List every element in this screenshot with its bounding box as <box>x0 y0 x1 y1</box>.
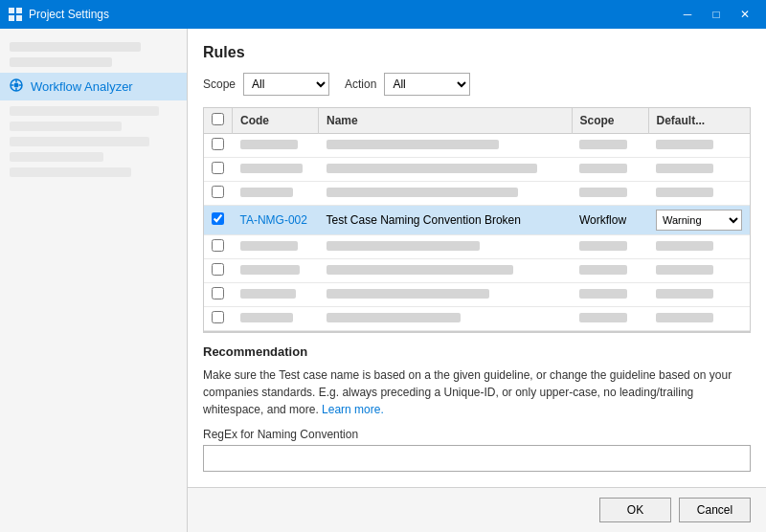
action-select[interactable]: All Error Warning Info Verbose <box>384 73 470 96</box>
regex-input[interactable] <box>203 445 751 472</box>
code-placeholder <box>240 140 298 149</box>
col-header-code: Code <box>233 108 319 134</box>
sidebar-placeholder-6 <box>10 152 103 162</box>
row-scope-2 <box>572 158 648 182</box>
row-checkbox-6[interactable] <box>212 263 224 276</box>
warning-select[interactable]: Error Warning Info Verbose <box>656 210 742 231</box>
cancel-button[interactable]: Cancel <box>679 498 751 522</box>
row-check-8 <box>204 307 233 331</box>
name-placeholder <box>327 241 480 251</box>
table-row <box>204 307 750 331</box>
row-checkbox-5[interactable] <box>212 239 224 252</box>
action-label: Action <box>345 78 376 91</box>
page-title: Rules <box>203 44 751 61</box>
row-default-7 <box>648 283 750 307</box>
table-row-selected[interactable]: TA-NMG-002 Test Case Naming Convention B… <box>204 206 750 235</box>
select-all-checkbox[interactable] <box>212 113 224 125</box>
close-button[interactable]: ✕ <box>732 4 758 25</box>
sidebar-placeholder-5 <box>10 137 149 146</box>
row-check-1 <box>204 134 233 158</box>
recommendation-text: Make sure the Test case name is based on… <box>203 366 751 418</box>
table-row <box>204 283 750 307</box>
row-default-2 <box>648 158 750 182</box>
row-scope-3 <box>572 182 648 206</box>
sidebar: Workflow Analyzer <box>0 29 188 532</box>
name-placeholder <box>327 313 461 322</box>
row-checkbox-3[interactable] <box>212 186 224 198</box>
row-name-1 <box>319 134 573 158</box>
row-name-2 <box>319 158 573 182</box>
row-checkbox-1[interactable] <box>212 138 224 150</box>
ok-button[interactable]: OK <box>599 498 671 522</box>
col-header-scope: Scope <box>572 108 648 134</box>
code-placeholder <box>240 313 293 322</box>
row-code-5 <box>233 235 319 259</box>
row-name-8 <box>319 307 573 331</box>
window-controls: ─ □ ✕ <box>674 4 758 25</box>
code-placeholder <box>240 188 293 197</box>
filters-row: Scope All Activity Workflow Project Acti… <box>203 73 751 96</box>
maximize-button[interactable]: □ <box>703 4 730 25</box>
svg-rect-0 <box>9 8 14 13</box>
scope-select[interactable]: All Activity Workflow Project <box>243 73 329 96</box>
name-placeholder <box>327 265 513 275</box>
scope-placeholder <box>579 241 627 251</box>
app-icon <box>8 7 23 22</box>
row-name-4: Test Case Naming Convention Broken <box>319 206 573 235</box>
row-code-6 <box>233 259 319 283</box>
default-placeholder <box>656 289 713 299</box>
row-scope-1 <box>572 134 648 158</box>
rules-table: Code Name Scope Default... <box>204 108 750 331</box>
row-checkbox-2[interactable] <box>212 162 224 174</box>
recommendation-title: Recommendation <box>203 344 751 359</box>
row-default-3 <box>648 182 750 206</box>
col-header-name: Name <box>319 108 573 134</box>
svg-point-5 <box>14 83 19 88</box>
code-placeholder <box>240 289 296 299</box>
minimize-button[interactable]: ─ <box>674 4 701 25</box>
row-code-2 <box>233 158 319 182</box>
row-scope-7 <box>572 283 648 307</box>
row-code-4: TA-NMG-002 <box>233 206 319 235</box>
sidebar-item-workflow-analyzer[interactable]: Workflow Analyzer <box>0 73 187 100</box>
row-name-6 <box>319 259 573 283</box>
table-row <box>204 134 750 158</box>
row-default-8 <box>648 307 750 331</box>
row-checkbox-8[interactable] <box>212 311 224 323</box>
svg-rect-1 <box>16 8 22 13</box>
row-code-7 <box>233 283 319 307</box>
default-placeholder <box>656 140 713 149</box>
row-code-3 <box>233 182 319 206</box>
sidebar-placeholder-1 <box>10 42 141 52</box>
scope-placeholder <box>579 188 627 197</box>
row-checkbox-4[interactable] <box>212 212 224 225</box>
row-name-3 <box>319 182 573 206</box>
table-row <box>204 158 750 182</box>
row-check-6 <box>204 259 233 283</box>
row-code-1 <box>233 134 319 158</box>
row-check-5 <box>204 235 233 259</box>
learn-more-link[interactable]: Learn more. <box>322 403 384 416</box>
scope-placeholder <box>579 265 627 275</box>
default-placeholder <box>656 241 713 251</box>
table-header-row: Code Name Scope Default... <box>204 108 750 134</box>
recommendation-body: Make sure the Test case name is based on… <box>203 368 732 416</box>
sidebar-placeholder-7 <box>10 167 131 177</box>
default-placeholder <box>656 164 713 173</box>
regex-label: RegEx for Naming Convention <box>203 428 751 441</box>
svg-rect-2 <box>9 15 14 21</box>
titlebar-title: Project Settings <box>29 8 674 21</box>
row-checkbox-7[interactable] <box>212 287 224 299</box>
rules-table-wrapper: Code Name Scope Default... <box>203 107 751 332</box>
sidebar-placeholder-4 <box>10 122 122 131</box>
row-scope-5 <box>572 235 648 259</box>
row-check-4 <box>204 206 233 235</box>
default-placeholder <box>656 188 713 197</box>
row-name-7 <box>319 283 573 307</box>
row-default-4: Error Warning Info Verbose <box>648 206 750 235</box>
workflow-analyzer-icon <box>10 78 23 95</box>
titlebar: Project Settings ─ □ ✕ <box>0 0 766 29</box>
row-check-7 <box>204 283 233 307</box>
scope-placeholder <box>579 164 627 173</box>
row-name-5 <box>319 235 573 259</box>
